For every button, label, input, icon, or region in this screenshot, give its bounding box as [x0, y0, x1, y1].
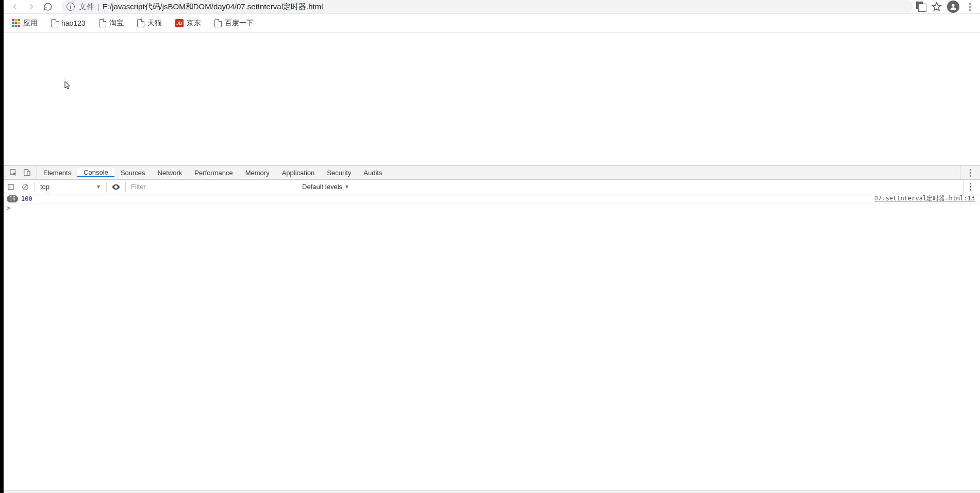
tab-label: Security: [327, 169, 351, 177]
log-levels-select[interactable]: Default levels ▼: [298, 183, 354, 191]
levels-label: Default levels: [302, 183, 342, 191]
page-content: [4, 32, 980, 165]
translate-icon[interactable]: [916, 2, 926, 12]
console-toolbar: top ▼ Default levels ▼: [4, 180, 980, 194]
tab-label: Console: [84, 168, 108, 176]
back-button[interactable]: [7, 0, 23, 13]
console-log-row[interactable]: 16 100 07.setInterval定时器.html:13: [4, 194, 980, 203]
bookmark-taobao[interactable]: 淘宝: [96, 16, 127, 30]
inspect-element-icon[interactable]: [7, 166, 20, 179]
apps-icon: [12, 19, 20, 27]
mouse-cursor-icon: [64, 81, 71, 90]
context-label: top: [40, 183, 49, 191]
browser-toolbar: i 文件 | E:/javascript代码/jsBOM和DOM/day04/0…: [4, 0, 980, 14]
live-expression-icon[interactable]: [109, 182, 123, 192]
console-toolbar-right: [963, 180, 980, 194]
bookmark-label: 百度一下: [225, 19, 254, 28]
reload-button[interactable]: [40, 0, 56, 13]
page-icon: [99, 19, 106, 27]
console-prompt-row[interactable]: >: [4, 203, 980, 213]
profile-avatar-icon[interactable]: [947, 1, 959, 13]
url-scheme-label: 文件: [79, 2, 94, 12]
page-icon: [137, 19, 144, 27]
log-message: 100: [21, 195, 32, 202]
bookmark-label: 天猫: [147, 19, 162, 28]
tab-label: Performance: [194, 169, 232, 177]
chrome-menu-icon[interactable]: [965, 2, 975, 12]
tab-application[interactable]: Application: [276, 169, 321, 177]
svg-line-7: [24, 185, 27, 189]
bookmarks-bar: 应用 hao123 淘宝 天猫 JD 京东 百度一下: [4, 14, 980, 32]
console-sidebar-toggle-icon[interactable]: [4, 180, 18, 194]
devtools-footer: [4, 490, 980, 493]
devtools-tab-bar: Elements Console Sources Network Perform…: [4, 166, 980, 180]
console-filter-input[interactable]: [128, 182, 298, 192]
tab-memory[interactable]: Memory: [239, 169, 276, 177]
tab-security[interactable]: Security: [321, 169, 357, 177]
tab-network[interactable]: Network: [152, 169, 189, 177]
prompt-caret-icon: >: [7, 205, 10, 212]
console-body[interactable]: 16 100 07.setInterval定时器.html:13 >: [4, 194, 980, 490]
page-icon: [51, 19, 58, 27]
log-repeat-count: 16: [7, 195, 18, 202]
bookmark-baidu[interactable]: 百度一下: [211, 16, 257, 30]
tab-sources[interactable]: Sources: [114, 169, 152, 177]
jd-icon: JD: [175, 19, 184, 27]
tab-elements[interactable]: Elements: [37, 169, 77, 177]
tab-performance[interactable]: Performance: [188, 169, 239, 177]
tab-label: Audits: [363, 169, 382, 177]
devtools-settings-area: [960, 166, 980, 179]
chevron-down-icon: ▼: [344, 184, 350, 190]
site-info-icon[interactable]: i: [67, 3, 75, 11]
clear-console-icon[interactable]: [18, 180, 32, 194]
log-source-link[interactable]: 07.setInterval定时器.html:13: [874, 194, 980, 203]
chevron-down-icon: ▼: [96, 184, 101, 190]
apps-label: 应用: [23, 19, 38, 28]
bookmark-hao123[interactable]: hao123: [48, 17, 89, 29]
toolbar-separator: [125, 182, 126, 192]
page-icon: [214, 19, 222, 27]
bookmark-star-icon[interactable]: [932, 2, 942, 12]
forward-button[interactable]: [23, 0, 40, 13]
toolbar-separator: [106, 182, 107, 192]
execution-context-select[interactable]: top ▼: [37, 182, 104, 192]
bookmark-label: hao123: [61, 19, 86, 27]
tab-label: Network: [158, 169, 182, 177]
address-bar[interactable]: i 文件 | E:/javascript代码/jsBOM和DOM/day04/0…: [61, 0, 913, 13]
svg-point-0: [952, 4, 954, 7]
bookmark-jd[interactable]: JD 京东: [172, 16, 204, 30]
url-separator: |: [97, 3, 99, 11]
tab-console[interactable]: Console: [77, 168, 114, 177]
devtools-tab-list: Elements Console Sources Network Perform…: [37, 166, 388, 179]
device-toggle-icon[interactable]: [20, 166, 34, 179]
url-text: E:/javascript代码/jsBOM和DOM/day04/07.setIn…: [103, 2, 323, 12]
tab-label: Sources: [121, 169, 145, 177]
tab-label: Application: [282, 169, 315, 177]
bookmark-label: 淘宝: [109, 19, 124, 28]
tab-label: Elements: [43, 169, 71, 177]
toolbar-separator: [35, 182, 35, 192]
console-settings-icon[interactable]: [964, 180, 977, 194]
devtools-panel: Elements Console Sources Network Perform…: [4, 165, 980, 493]
tab-audits[interactable]: Audits: [357, 169, 388, 177]
apps-shortcut[interactable]: 应用: [9, 16, 41, 30]
svg-rect-3: [27, 171, 30, 176]
devtools-menu-icon[interactable]: [964, 166, 977, 179]
bookmark-label: 京东: [187, 19, 201, 28]
toolbar-right: [916, 1, 977, 13]
devtools-left-tools: [4, 166, 37, 179]
bookmark-tmall[interactable]: 天猫: [134, 16, 165, 30]
tab-label: Memory: [245, 169, 270, 177]
svg-rect-4: [8, 184, 14, 189]
